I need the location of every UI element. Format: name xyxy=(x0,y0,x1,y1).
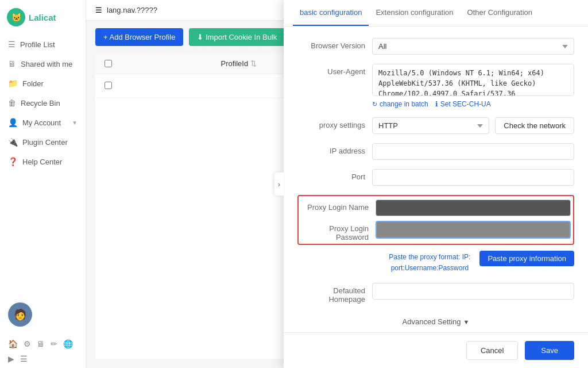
select-all-checkbox[interactable] xyxy=(105,60,112,67)
sidebar-item-label: Recycle Bin xyxy=(21,99,60,108)
defaulted-homepage-row: Defaulted Homepage xyxy=(297,283,574,304)
globe-icon[interactable]: 🌐 xyxy=(63,339,73,348)
main-content: ☰ lang.nav.????? + Add Browser Profile ⬇… xyxy=(86,0,588,368)
sidebar-item-shared-with-me[interactable]: 🖥 Shared with me xyxy=(0,54,86,74)
proxy-login-name-input[interactable]: lum- xyxy=(376,200,571,216)
folder-icon: 📁 xyxy=(8,79,18,88)
user-avatar-area: 🧑 xyxy=(0,294,86,335)
ip-address-label: IP address xyxy=(297,143,372,155)
sidebar-item-label: Help Center xyxy=(22,158,62,166)
sidebar-item-label: My Account xyxy=(22,118,61,127)
sort-icon: ⇅ xyxy=(250,59,257,68)
topbar-title: lang.nav.????? xyxy=(107,6,157,14)
advanced-setting-label: Advanced Setting xyxy=(403,317,461,326)
proxy-login-password-row: Proxy Login Password xyxy=(301,221,571,241)
chevron-down-icon: ▼ xyxy=(463,319,470,325)
row-checkbox[interactable] xyxy=(105,82,112,89)
config-panel: › basic configuration Extension configur… xyxy=(284,0,588,368)
logo-text: Lalicat xyxy=(29,13,56,22)
proxy-format-hint[interactable]: Paste the proxy format: IP: port:Usernam… xyxy=(389,252,470,274)
shared-icon: 🖥 xyxy=(8,59,16,68)
sidebar-item-label: Folder xyxy=(22,79,44,88)
set-sec-ch-ua-link[interactable]: ℹ Set SEC-CH-UA xyxy=(435,100,491,108)
proxy-credentials-group: Proxy Login Name lum- Proxy Login Passwo… xyxy=(297,195,574,245)
browser-version-row: Browser Version All xyxy=(297,38,574,55)
import-cookie-button[interactable]: ⬇ Import Cookie In Bulk xyxy=(189,28,285,46)
tab-basic-configuration[interactable]: basic configuration xyxy=(293,0,369,26)
account-icon: 👤 xyxy=(8,118,18,127)
port-label: Port xyxy=(297,169,372,181)
proxy-settings-row: proxy settings HTTP Check the network xyxy=(297,117,574,134)
logo-icon: 🐱 xyxy=(7,8,25,26)
pen-icon[interactable]: ✏ xyxy=(51,339,57,348)
menu-lines-icon[interactable]: ☰ xyxy=(20,354,28,363)
sidebar-item-label: Shared with me xyxy=(21,60,72,68)
paste-proxy-row: Paste the proxy format: IP: port:Usernam… xyxy=(297,250,574,274)
ip-address-row: IP address zproxy.lum-superproxy.io xyxy=(297,143,574,160)
expand-icon[interactable]: ▶ xyxy=(8,354,14,363)
recycle-icon: 🗑 xyxy=(8,98,16,108)
bottom-icons: 🏠 ⚙ 🖥 ✏ 🌐 ▶ ☰ xyxy=(0,335,86,368)
proxy-login-password-label: Proxy Login Password xyxy=(301,221,376,241)
save-button[interactable]: Save xyxy=(525,341,574,360)
home-icon[interactable]: 🏠 xyxy=(8,339,18,348)
sidebar-item-label: Profile List xyxy=(20,40,55,49)
menu-toggle-icon[interactable]: ☰ xyxy=(95,6,102,14)
sidebar-item-help-center[interactable]: ❓ Help Center xyxy=(0,152,86,171)
panel-footer: Cancel Save xyxy=(284,332,588,368)
port-row: Port 22225 xyxy=(297,169,574,186)
user-agent-textarea[interactable]: Mozilla/5.0 (Windows NT 6.1; Win64; x64)… xyxy=(372,64,574,96)
help-icon: ❓ xyxy=(8,157,18,166)
browser-version-label: Browser Version xyxy=(297,38,372,50)
add-browser-profile-button[interactable]: + Add Browser Profile xyxy=(95,28,183,46)
monitor-icon[interactable]: 🖥 xyxy=(37,339,45,348)
proxy-login-name-label: Proxy Login Name xyxy=(301,200,376,212)
port-input[interactable]: 22225 xyxy=(372,169,574,186)
panel-collapse-arrow[interactable]: › xyxy=(274,172,284,195)
paste-proxy-button[interactable]: Paste proxy information xyxy=(479,251,574,266)
check-network-button[interactable]: Check the network xyxy=(495,117,574,134)
change-in-batch-link[interactable]: ↻ change in batch xyxy=(372,100,428,108)
list-icon: ☰ xyxy=(8,40,16,49)
avatar: 🧑 xyxy=(8,302,32,327)
cancel-button[interactable]: Cancel xyxy=(466,341,518,360)
sidebar-item-plugin-center[interactable]: 🔌 Plugin Center xyxy=(0,132,86,152)
logo: 🐱 Lalicat xyxy=(0,0,86,34)
panel-tabs: basic configuration Extension configurat… xyxy=(284,0,588,26)
defaulted-homepage-input[interactable] xyxy=(372,283,574,300)
sidebar: 🐱 Lalicat ☰ Profile List 🖥 Shared with m… xyxy=(0,0,86,368)
proxy-type-select[interactable]: HTTP xyxy=(372,117,489,134)
tab-extension-configuration[interactable]: Extension configuration xyxy=(369,0,460,26)
advanced-setting-row[interactable]: Advanced Setting ▼ xyxy=(297,313,574,331)
browser-version-select[interactable]: All xyxy=(372,38,574,55)
plugin-icon: 🔌 xyxy=(8,137,18,147)
info-icon: ℹ xyxy=(435,100,438,108)
proxy-login-password-input[interactable] xyxy=(376,221,571,239)
proxy-login-name-row: Proxy Login Name lum- xyxy=(301,200,571,216)
user-agent-row: User-Agent Mozilla/5.0 (Windows NT 6.1; … xyxy=(297,64,574,108)
sidebar-item-label: Plugin Center xyxy=(22,138,68,147)
tab-other-configuration[interactable]: Other Configuration xyxy=(461,0,539,26)
user-agent-label: User-Agent xyxy=(297,64,372,76)
sidebar-item-folder[interactable]: 📁 Folder xyxy=(0,74,86,93)
sidebar-item-recycle-bin[interactable]: 🗑 Recycle Bin xyxy=(0,93,86,113)
sidebar-item-profile-list[interactable]: ☰ Profile List xyxy=(0,34,86,54)
chevron-down-icon: ▼ xyxy=(72,120,78,126)
sidebar-item-my-account[interactable]: 👤 My Account ▼ xyxy=(0,113,86,132)
defaulted-homepage-label: Defaulted Homepage xyxy=(297,283,372,304)
ip-address-input[interactable]: zproxy.lum-superproxy.io xyxy=(372,143,574,160)
settings-icon[interactable]: ⚙ xyxy=(24,339,31,348)
proxy-settings-label: proxy settings xyxy=(297,117,372,129)
refresh-icon: ↻ xyxy=(372,101,377,108)
panel-body: Browser Version All User-Agent Mozilla/5… xyxy=(284,26,588,332)
